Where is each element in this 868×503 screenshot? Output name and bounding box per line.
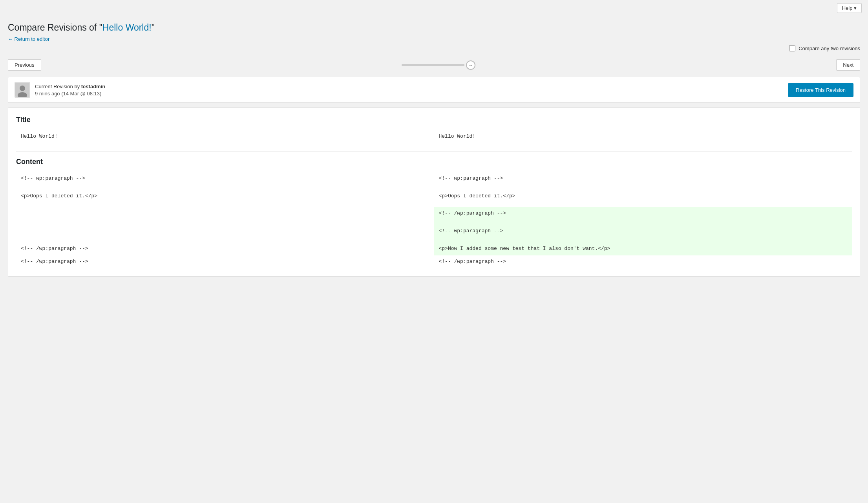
diff-right-cell: <!-- wp:paragraph --> — [434, 225, 852, 238]
next-button[interactable]: Next — [836, 59, 860, 71]
revision-label: Current Revision by testadmin — [35, 84, 105, 89]
page-title: Compare Revisions of "Hello World!" — [8, 22, 860, 33]
content-section-label: Content — [16, 158, 852, 166]
last-right-cell: <!-- /wp:paragraph --> — [434, 255, 852, 268]
content-diff-row: <!-- /wp:paragraph --> — [16, 207, 852, 220]
revision-text: Current Revision by testadmin 9 mins ago… — [35, 84, 105, 97]
return-to-editor-link[interactable]: ← Return to editor — [8, 36, 49, 42]
diff-left-cell: <!-- /wp:paragraph --> — [16, 242, 434, 255]
help-button[interactable]: Help ▾ — [837, 3, 862, 13]
title-right: Hello World! — [434, 130, 852, 143]
content-diff-row — [16, 185, 852, 190]
diff-left-cell: <!-- wp:paragraph --> — [16, 172, 434, 185]
slider-handle[interactable]: ↔ — [466, 60, 475, 70]
last-left-cell: <!-- /wp:paragraph --> — [16, 255, 434, 268]
avatar — [15, 82, 30, 98]
previous-button[interactable]: Previous — [8, 59, 41, 71]
content-diff-row: <!-- wp:paragraph --> — [16, 225, 852, 238]
title-section-label: Title — [16, 116, 852, 124]
revision-author: testadmin — [81, 84, 105, 89]
diff-left-cell — [16, 185, 434, 190]
slider-track-right — [433, 64, 464, 66]
nav-row: Previous ↔ Next — [8, 56, 860, 77]
content-diff-row: <!-- /wp:paragraph --><p>Now I added som… — [16, 242, 852, 255]
diff-right-cell: <!-- wp:paragraph --> — [434, 172, 852, 185]
diff-right-cell — [434, 220, 852, 225]
post-title-link[interactable]: Hello World! — [102, 22, 152, 33]
top-bar: Help ▾ — [0, 0, 868, 16]
content-diff-row — [16, 238, 852, 242]
content-diff-row: <p>Oops I deleted it.</p><p>Oops I delet… — [16, 190, 852, 203]
revision-time: 9 mins ago (14 Mar @ 08:13) — [35, 91, 105, 97]
revision-header: Current Revision by testadmin 9 mins ago… — [8, 77, 860, 103]
diff-left-cell — [16, 225, 434, 238]
title-diff-row: Hello World! Hello World! — [16, 130, 852, 143]
avatar-icon — [15, 83, 29, 97]
compare-checkbox[interactable] — [789, 45, 795, 51]
title-left: Hello World! — [16, 130, 434, 143]
content-diff-row — [16, 202, 852, 207]
diff-right-cell — [434, 202, 852, 207]
compare-checkbox-label: Compare any two revisions — [799, 46, 860, 51]
diff-left-cell — [16, 202, 434, 207]
content-diff-container: <!-- wp:paragraph --><!-- wp:paragraph -… — [16, 172, 852, 255]
diff-right-cell — [434, 185, 852, 190]
content-diff-row: <!-- wp:paragraph --><!-- wp:paragraph -… — [16, 172, 852, 185]
svg-point-1 — [20, 86, 25, 91]
diff-left-cell — [16, 220, 434, 225]
content-diff-row — [16, 220, 852, 225]
revision-info: Current Revision by testadmin 9 mins ago… — [15, 82, 105, 98]
section-divider — [16, 151, 852, 151]
diff-right-cell: <p>Oops I deleted it.</p> — [434, 190, 852, 203]
diff-table: Title Hello World! Hello World! Content … — [8, 108, 860, 277]
slider-track-left — [402, 64, 433, 66]
diff-left-cell — [16, 238, 434, 242]
diff-left-cell — [16, 207, 434, 220]
main-content: Compare Revisions of "Hello World!" ← Re… — [0, 16, 868, 283]
diff-right-cell: <!-- /wp:paragraph --> — [434, 207, 852, 220]
diff-right-cell — [434, 238, 852, 242]
restore-revision-button[interactable]: Restore This Revision — [788, 83, 853, 97]
compare-checkbox-row: Compare any two revisions — [8, 42, 860, 56]
diff-left-cell: <p>Oops I deleted it.</p> — [16, 190, 434, 203]
slider-track — [402, 64, 464, 66]
slider-container: ↔ — [402, 60, 475, 70]
last-diff-row: <!-- /wp:paragraph --> <!-- /wp:paragrap… — [16, 255, 852, 268]
diff-right-cell: <p>Now I added some new test that I also… — [434, 242, 852, 255]
